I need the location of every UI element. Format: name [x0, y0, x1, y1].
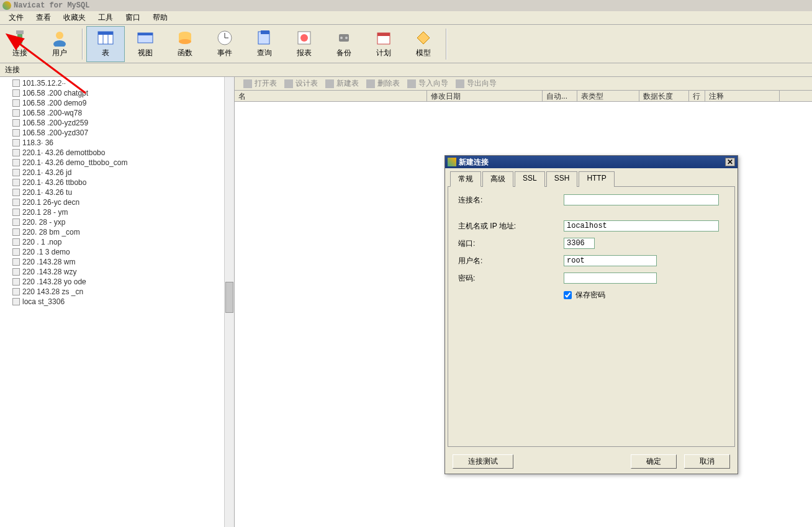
connection-item[interactable]: 220.1· 43.26 ttbobo — [0, 178, 234, 187]
password-label: 密码: — [458, 273, 564, 284]
toolbar-用户-button[interactable]: 用户 — [40, 26, 79, 62]
导入向导-icon — [407, 79, 416, 88]
dialog-tab-content: 连接名: 主机名或 IP 地址: 端口: 用户名: 密码: 保存密码 — [448, 186, 735, 447]
column-header-注释[interactable]: 注释 — [705, 91, 780, 101]
toolbar-模型-button[interactable]: 模型 — [404, 26, 443, 62]
connection-item[interactable]: 220.1 26-yc decn — [0, 197, 234, 207]
connection-subbar-label: 连接 — [5, 65, 20, 75]
connection-item[interactable]: 106.58 .200 chatgpt — [0, 88, 234, 98]
action-删除表[interactable]: 删除表 — [366, 78, 400, 89]
connection-item[interactable]: loca st_3306 — [0, 297, 234, 307]
connection-item[interactable]: 220 . 1 .nop — [0, 237, 234, 247]
connection-item[interactable]: 220. 28 - yxp — [0, 217, 234, 227]
conn-name-input[interactable] — [564, 194, 719, 205]
connection-item[interactable]: 101.35.12.2·· — [0, 78, 234, 88]
db-icon — [12, 139, 20, 146]
tab-高级[interactable]: 高级 — [482, 171, 513, 187]
db-icon — [12, 169, 20, 176]
connection-item[interactable]: 106.58 .200-yzd307 — [0, 128, 234, 138]
查询-icon — [256, 29, 273, 47]
connection-item[interactable]: 220.1· 43.26 jd — [0, 168, 234, 178]
svg-rect-24 — [377, 33, 390, 36]
connection-item[interactable]: 220.1 28 - ym — [0, 207, 234, 217]
menu-窗口[interactable]: 窗口 — [119, 11, 147, 24]
action-设计表[interactable]: 设计表 — [284, 78, 318, 89]
cancel-button[interactable]: 取消 — [684, 454, 730, 469]
svg-point-21 — [340, 37, 343, 39]
ok-button[interactable]: 确定 — [631, 454, 677, 469]
删除表-icon — [366, 79, 375, 88]
connection-item[interactable]: 106.58 .200 demo9 — [0, 98, 234, 108]
sidebar-scrollbar[interactable] — [224, 77, 234, 527]
action-打开表[interactable]: 打开表 — [243, 78, 277, 89]
action-导出向导[interactable]: 导出向导 — [456, 78, 497, 89]
column-header-自动...[interactable]: 自动... — [543, 91, 577, 101]
toolbar-备份-button[interactable]: 备份 — [325, 26, 363, 62]
column-header-修改日期[interactable]: 修改日期 — [427, 91, 543, 101]
column-header-数据长度[interactable]: 数据长度 — [639, 91, 689, 101]
connection-item[interactable]: 220. 28 bm _com — [0, 227, 234, 237]
connection-item[interactable]: 220 .143.28 wm — [0, 257, 234, 267]
svg-marker-25 — [417, 32, 430, 44]
svg-point-2 — [56, 32, 63, 39]
user-input[interactable] — [564, 255, 657, 266]
host-label: 主机名或 IP 地址: — [458, 221, 564, 232]
db-icon — [12, 189, 20, 196]
action-新建表[interactable]: 新建表 — [325, 78, 359, 89]
svg-point-19 — [300, 34, 308, 42]
connection-item[interactable]: 220 .143.28 yo ode — [0, 277, 234, 287]
action-导入向导[interactable]: 导入向导 — [407, 78, 448, 89]
视图-icon — [137, 29, 154, 47]
svg-rect-5 — [98, 32, 113, 35]
menu-文件[interactable]: 文件 — [2, 11, 30, 24]
host-input[interactable] — [564, 220, 719, 232]
toolbar-表-button[interactable]: 表 — [86, 26, 125, 62]
connection-item[interactable]: 220.1· 43.26 tu — [0, 187, 234, 197]
新建表-icon — [325, 79, 334, 88]
导出向导-icon — [456, 79, 464, 88]
toolbar-视图-button[interactable]: 视图 — [126, 26, 165, 62]
tab-常规[interactable]: 常规 — [450, 171, 481, 187]
db-icon — [12, 109, 20, 117]
设计表-icon — [284, 79, 293, 88]
toolbar-计划-button[interactable]: 计划 — [364, 26, 403, 62]
close-icon[interactable]: ✕ — [725, 158, 735, 166]
menu-帮助[interactable]: 帮助 — [147, 11, 174, 24]
connection-item[interactable]: 220.1· 43.26 demo_ttbobo_com — [0, 158, 234, 168]
tab-SSH[interactable]: SSH — [546, 171, 578, 187]
menu-工具[interactable]: 工具 — [92, 11, 119, 24]
password-input[interactable] — [564, 273, 657, 284]
toolbar-函数-button[interactable]: 函数 — [166, 26, 204, 62]
connection-item[interactable]: 220 143.28 zs _cn — [0, 287, 234, 297]
tab-SSL[interactable]: SSL — [515, 171, 545, 187]
connection-item[interactable]: 118.3· 36 — [0, 138, 234, 148]
connection-item[interactable]: 106.58 .200-yzd259 — [0, 118, 234, 128]
db-icon — [12, 119, 20, 127]
save-password-checkbox[interactable] — [564, 291, 572, 299]
svg-point-12 — [179, 39, 191, 44]
db-icon — [12, 218, 20, 226]
toolbar-查询-button[interactable]: 查询 — [245, 26, 284, 62]
toolbar-连接-button[interactable]: 连接 — [1, 26, 39, 62]
db-icon — [12, 209, 20, 216]
connection-item[interactable]: 220 .143.28 wzy — [0, 267, 234, 277]
menu-查看[interactable]: 查看 — [30, 11, 57, 24]
user-label: 用户名: — [458, 256, 564, 266]
toolbar-报表-button[interactable]: 报表 — [285, 26, 323, 62]
tab-HTTP[interactable]: HTTP — [579, 171, 614, 187]
toolbar-事件-button[interactable]: 事件 — [205, 26, 244, 62]
app-title-bar: Navicat for MySQL — [0, 0, 812, 11]
column-header-名[interactable]: 名 — [235, 91, 427, 101]
port-input[interactable] — [564, 238, 595, 249]
connection-item[interactable]: 220 .1 3 demo — [0, 247, 234, 257]
column-header-行[interactable]: 行 — [689, 91, 705, 101]
dialog-title-bar[interactable]: 新建连接 ✕ — [445, 156, 738, 168]
connection-item[interactable]: 220.1· 43.26 demottbobo — [0, 148, 234, 158]
db-icon — [12, 99, 20, 107]
test-connection-button[interactable]: 连接测试 — [453, 454, 513, 469]
column-header-表类型[interactable]: 表类型 — [577, 91, 639, 101]
connection-item[interactable]: 106.58 .200-wq78 — [0, 108, 234, 118]
scrollbar-thumb[interactable] — [225, 282, 233, 313]
menu-收藏夹[interactable]: 收藏夹 — [57, 11, 92, 24]
db-icon — [12, 179, 20, 186]
